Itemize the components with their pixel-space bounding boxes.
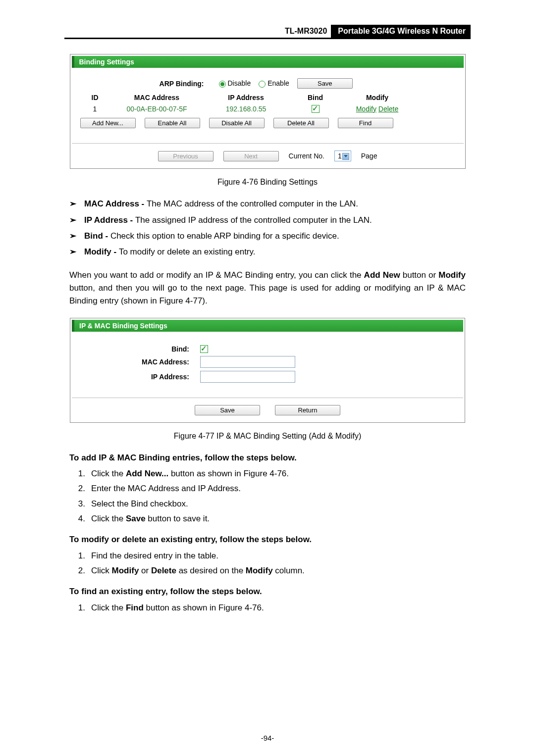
step-bold: Modify: [246, 566, 273, 575]
radio-dot-selected-icon: [219, 81, 226, 88]
list-item: 1.Click the Find button as shown in Figu…: [69, 602, 466, 614]
mac-address-input[interactable]: [200, 356, 295, 368]
arrow-icon: ➢: [69, 198, 84, 210]
table-header: ID MAC Address IP Address Bind Modify: [80, 94, 455, 101]
add-new-button[interactable]: Add New...: [80, 118, 136, 128]
page-select[interactable]: 1: [334, 151, 351, 161]
arrow-icon: ➢: [69, 246, 84, 258]
list-number: 2.: [69, 564, 91, 577]
radio-enable-label: Enable: [268, 79, 289, 87]
list-number: 1.: [69, 550, 91, 562]
page-label: Page: [361, 152, 377, 160]
pager: Previous Next Current No. 1 Page: [72, 143, 464, 168]
list-number: 3.: [69, 498, 91, 510]
modify-link[interactable]: Modify: [356, 105, 376, 113]
cell-mac: 00-0A-EB-00-07-5F: [110, 105, 204, 113]
cell-id: 1: [80, 105, 110, 113]
cell-ip: 192.168.0.55: [204, 105, 288, 113]
para-seg: When you want to add or modify an IP & M…: [69, 270, 364, 280]
next-button[interactable]: Next: [223, 151, 279, 161]
radio-disable-label: Disable: [228, 79, 251, 87]
find-button[interactable]: Find: [338, 118, 393, 128]
col-mod: Modify: [343, 94, 412, 101]
bullet-text: The MAC address of the controlled comput…: [147, 199, 358, 208]
para-seg: button, and then you will go to the next…: [69, 283, 466, 305]
bullet-item: ➢MAC Address - The MAC address of the co…: [69, 198, 466, 210]
list-number: 4.: [69, 512, 91, 525]
delete-link[interactable]: Delete: [378, 105, 398, 113]
list-item: 2.Click Modify or Delete as desired on t…: [69, 564, 466, 577]
binding-settings-panel: Binding Settings ARP Binding: Disable En…: [70, 54, 466, 169]
list-item: 3.Select the Bind checkbox.: [69, 498, 466, 510]
col-mac: MAC Address: [110, 94, 204, 101]
save-button-2[interactable]: Save: [195, 405, 260, 415]
col-bind: Bind: [288, 94, 343, 101]
previous-button[interactable]: Previous: [158, 151, 214, 161]
step-text: Click the: [91, 603, 126, 612]
page-number: -94-: [0, 734, 535, 742]
radio-dot-empty-icon: [259, 81, 266, 88]
step-text: Click the: [91, 469, 126, 478]
step-text: column.: [273, 566, 305, 575]
list-item: 4.Click the Save button to save it.: [69, 512, 466, 525]
col-ip: IP Address: [204, 94, 288, 101]
check-icon[interactable]: [312, 105, 320, 113]
bullet-text: To modify or delete an existing entry.: [119, 247, 256, 256]
heading-add: To add IP & MAC Binding entries, follow …: [69, 452, 466, 464]
list-item: 2.Enter the MAC Address and IP Address.: [69, 482, 466, 495]
ip-address-label: IP Address:: [80, 373, 200, 381]
save-button[interactable]: Save: [297, 78, 353, 89]
chevron-down-icon: [344, 155, 348, 157]
step-bold: Modify: [112, 566, 139, 575]
current-no-label: Current No.: [289, 152, 324, 160]
step-bold: Delete: [151, 566, 176, 575]
panel-title: Binding Settings: [72, 56, 464, 68]
para-seg: button or: [400, 270, 439, 280]
bullet-item: ➢Modify - To modify or delete an existin…: [69, 246, 466, 258]
table-row: 1 00-0A-EB-00-07-5F 192.168.0.55 Modify …: [80, 104, 455, 113]
bullet-text: The assigned IP address of the controlle…: [135, 215, 372, 225]
step-text: Click: [91, 566, 112, 575]
cell-bind: [288, 104, 343, 113]
cell-modify: Modify Delete: [343, 105, 412, 113]
bullet-bold: Modify -: [84, 247, 119, 256]
figure-caption-2: Figure 4-77 IP & MAC Binding Setting (Ad…: [0, 432, 535, 441]
enable-all-button[interactable]: Enable All: [145, 118, 200, 128]
step-text: button as shown in Figure 4-76.: [144, 603, 264, 612]
bullet-bold: IP Address -: [84, 215, 135, 225]
bind-label: Bind:: [80, 345, 200, 353]
step-text: Click the: [91, 514, 126, 523]
bind-checkbox[interactable]: [200, 345, 208, 353]
para-bold: Add New: [364, 270, 400, 280]
radio-enable[interactable]: Enable: [259, 79, 289, 87]
paragraph: When you want to add or modify an IP & M…: [69, 269, 466, 308]
step-text: Find the desired entry in the table.: [91, 551, 218, 560]
step-text: Enter the MAC Address and IP Address.: [91, 484, 241, 493]
bullet-bold: Bind -: [84, 231, 110, 241]
step-text: button to save it.: [146, 514, 210, 523]
ip-address-input[interactable]: [200, 371, 295, 383]
arrow-icon: ➢: [69, 230, 84, 243]
list-item: 1.Find the desired entry in the table.: [69, 550, 466, 562]
header-model: TL-MR3020: [281, 25, 331, 38]
radio-disable[interactable]: Disable: [219, 79, 251, 87]
mac-address-label: MAC Address:: [80, 358, 200, 366]
heading-find: To find an existing entry, follow the st…: [69, 585, 466, 598]
header-product: Portable 3G/4G Wireless N Router: [331, 25, 471, 38]
step-text: as desired on the: [176, 566, 246, 575]
bullet-bold: MAC Address -: [84, 199, 147, 208]
step-bold: Save: [126, 514, 146, 523]
list-number: 1.: [69, 602, 91, 614]
disable-all-button[interactable]: Disable All: [209, 118, 265, 128]
step-text: Select the Bind checkbox.: [91, 499, 188, 508]
list-number: 2.: [69, 482, 91, 495]
return-button[interactable]: Return: [275, 405, 340, 415]
step-bold: Add New...: [126, 469, 168, 478]
col-id: ID: [80, 94, 110, 101]
delete-all-button[interactable]: Delete All: [273, 118, 329, 128]
bullet-text: Check this option to enable ARP binding …: [110, 231, 339, 241]
figure-caption-1: Figure 4-76 Binding Settings: [0, 178, 535, 187]
list-item: 1.Click the Add New... button as shown i…: [69, 467, 466, 480]
page-select-value: 1: [338, 152, 342, 160]
bullet-item: ➢Bind - Check this option to enable ARP …: [69, 230, 466, 243]
